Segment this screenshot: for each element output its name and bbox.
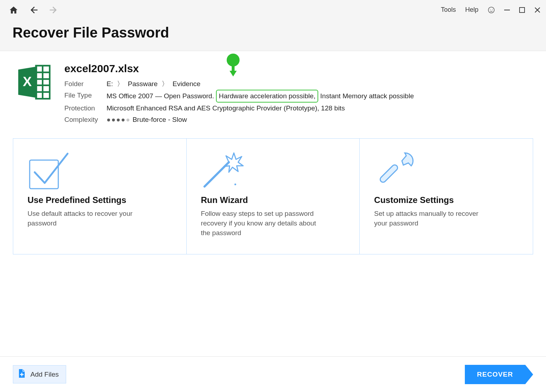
card-desc: Set up attacks manually to recover your … bbox=[374, 209, 492, 228]
card-title: Customize Settings bbox=[374, 195, 518, 205]
svg-point-15 bbox=[234, 184, 236, 185]
complexity-text: Brute-force - Slow bbox=[133, 116, 187, 123]
forward-icon bbox=[49, 5, 58, 15]
maximize-icon[interactable] bbox=[519, 7, 525, 13]
wrench-icon bbox=[374, 151, 518, 190]
card-title: Run Wizard bbox=[201, 195, 345, 205]
svg-point-2 bbox=[492, 9, 493, 10]
add-files-label: Add Files bbox=[30, 371, 59, 378]
card-predefined-settings[interactable]: Use Predefined Settings Use default atta… bbox=[13, 139, 187, 254]
complexity-label: Complexity bbox=[64, 114, 100, 125]
title-bar: Tools Help bbox=[0, 0, 546, 20]
filetype-value: MS Office 2007 — Open Password. Hardware… bbox=[107, 90, 546, 103]
svg-point-1 bbox=[490, 9, 491, 10]
option-cards: Use Predefined Settings Use default atta… bbox=[13, 138, 533, 254]
minimize-icon[interactable] bbox=[504, 7, 510, 13]
hardware-accel-highlight: Hardware acceleration possible, bbox=[216, 90, 318, 103]
svg-text:X: X bbox=[23, 74, 32, 89]
close-icon[interactable] bbox=[534, 7, 541, 13]
recover-button[interactable]: RECOVER bbox=[465, 365, 533, 384]
chevron-right-icon bbox=[525, 365, 533, 384]
window-menu: Tools Help bbox=[441, 6, 541, 14]
protection-label: Protection bbox=[64, 103, 100, 114]
card-run-wizard[interactable]: Run Wizard Follow easy steps to set up p… bbox=[187, 139, 360, 254]
page-header: Recover File Password bbox=[0, 20, 546, 51]
wand-icon bbox=[201, 151, 345, 190]
svg-point-0 bbox=[488, 7, 495, 13]
add-file-icon bbox=[18, 368, 26, 380]
add-files-button[interactable]: Add Files bbox=[13, 365, 66, 383]
card-customize-settings[interactable]: Customize Settings Set up attacks manual… bbox=[360, 139, 533, 254]
complexity-value: ●●●●● Brute-force - Slow bbox=[107, 114, 546, 125]
page-title: Recover File Password bbox=[13, 25, 546, 41]
help-menu[interactable]: Help bbox=[465, 6, 478, 14]
tools-menu[interactable]: Tools bbox=[441, 6, 456, 14]
filetype-suffix: Instant Memory attack possible bbox=[318, 92, 414, 100]
folder-label: Folder bbox=[64, 78, 100, 90]
filetype-label: File Type bbox=[64, 90, 100, 103]
filetype-prefix: MS Office 2007 — Open Password. bbox=[107, 92, 216, 100]
footer-bar: Add Files RECOVER bbox=[0, 356, 546, 392]
feedback-icon[interactable] bbox=[488, 6, 495, 14]
svg-rect-3 bbox=[504, 10, 510, 10]
recover-label: RECOVER bbox=[477, 371, 513, 378]
file-summary: X excel2007.xlsx Folder E: 〉 Passware 〉 … bbox=[0, 51, 546, 125]
checkmark-icon bbox=[28, 151, 172, 190]
svg-rect-4 bbox=[520, 8, 525, 13]
complexity-dots: ●●●●● bbox=[107, 116, 131, 123]
card-title: Use Predefined Settings bbox=[28, 195, 172, 205]
card-desc: Use default attacks to recover your pass… bbox=[28, 209, 146, 228]
back-icon[interactable] bbox=[29, 5, 38, 15]
nav-controls bbox=[9, 5, 58, 15]
folder-path: E: 〉 Passware 〉 Evidence bbox=[107, 78, 546, 90]
svg-rect-16 bbox=[379, 164, 399, 183]
excel-file-icon: X bbox=[14, 63, 54, 102]
protection-value: Microsoft Enhanced RSA and AES Cryptogra… bbox=[107, 103, 546, 114]
file-details: excel2007.xlsx Folder E: 〉 Passware 〉 Ev… bbox=[64, 63, 546, 125]
svg-rect-13 bbox=[30, 160, 58, 189]
card-desc: Follow easy steps to set up password rec… bbox=[201, 209, 319, 238]
file-name: excel2007.xlsx bbox=[64, 63, 546, 75]
home-icon[interactable] bbox=[9, 5, 18, 15]
